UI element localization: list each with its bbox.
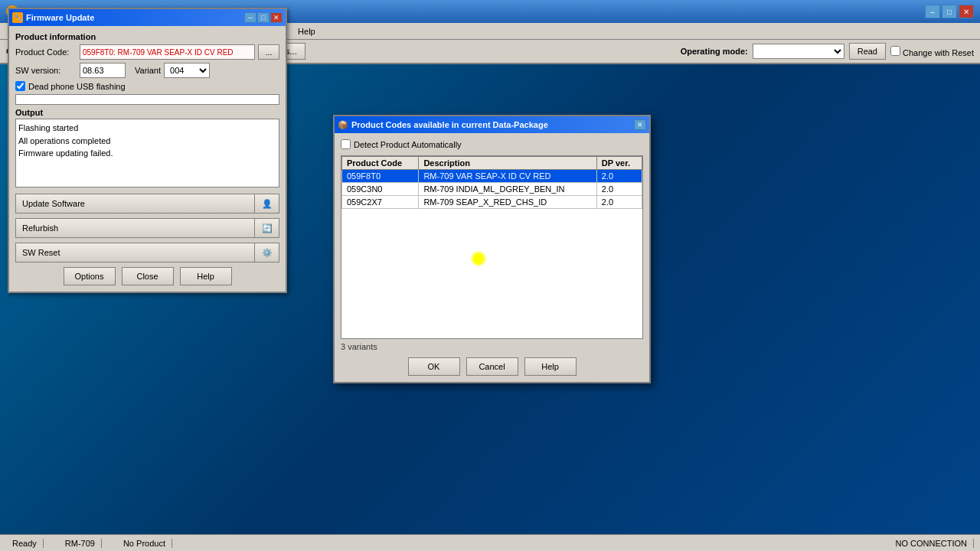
status-connection: NO CONNECTION <box>890 539 975 548</box>
sw-version-input[interactable] <box>80 63 126 78</box>
read-button[interactable]: Read <box>849 43 886 60</box>
status-ready: Ready <box>6 539 44 548</box>
menu-help[interactable]: Help <box>292 25 322 37</box>
firmware-maximize-btn[interactable]: □ <box>257 12 270 23</box>
toolbar-right: Operating mode: Read Change with Reset <box>681 43 974 60</box>
product-help-btn[interactable]: Help <box>524 357 577 376</box>
product-info-label: Product information <box>15 32 279 41</box>
row2-code: 059C3N0 <box>342 183 419 196</box>
col-product-code: Product Code <box>342 157 419 170</box>
col-dp-ver: DP ver. <box>596 157 642 170</box>
window-controls: – □ ✕ <box>925 5 974 18</box>
close-dialog-btn[interactable]: Close <box>122 267 174 285</box>
status-bar: Ready RM-709 No Product NO CONNECTION <box>0 534 980 551</box>
variant-select[interactable]: 004 <box>164 63 210 78</box>
product-codes-table: Product Code Description DP ver. 059F8T0… <box>341 156 642 209</box>
detect-auto-row: Detect Product Automatically <box>341 139 643 149</box>
options-btn[interactable]: Options <box>64 267 116 285</box>
firmware-dialog-body: Product information Product Code: ... SW… <box>9 26 286 292</box>
sw-reset-row: SW Reset ⚙️ <box>15 243 279 262</box>
table-header-row: Product Code Description DP ver. <box>342 157 642 170</box>
table-row[interactable]: 059F8T0 RM-709 VAR SEAP-X ID CV RED 2.0 <box>342 170 642 183</box>
product-codes-dialog: 📦 Product Codes available in current Dat… <box>333 115 651 383</box>
product-dialog-close-btn[interactable]: ✕ <box>634 119 646 130</box>
firmware-dialog-controls: – □ ✕ <box>244 12 283 23</box>
table-row[interactable]: 059C2X7 RM-709 SEAP_X_RED_CHS_ID 2.0 <box>342 196 642 209</box>
output-section: Output Flashing started All operations c… <box>15 108 279 187</box>
dead-phone-row: Dead phone USB flashing <box>15 81 279 91</box>
update-software-btn[interactable]: Update Software <box>15 194 255 214</box>
firmware-dialog-title-bar: 🔧 Firmware Update – □ ✕ <box>9 9 286 26</box>
product-dialog-title-bar: 📦 Product Codes available in current Dat… <box>335 116 649 133</box>
row1-code: 059F8T0 <box>342 170 419 183</box>
output-line-3: Firmware updating failed. <box>18 147 276 160</box>
col-description: Description <box>419 157 596 170</box>
sw-reset-btn[interactable]: SW Reset <box>15 243 255 262</box>
status-product: No Product <box>117 539 172 548</box>
row3-dpver: 2.0 <box>596 196 642 209</box>
product-cancel-btn[interactable]: Cancel <box>466 357 518 376</box>
detect-auto-checkbox[interactable] <box>341 139 351 149</box>
product-code-label: Product Code: <box>15 47 77 57</box>
row3-desc: RM-709 SEAP_X_RED_CHS_ID <box>419 196 596 209</box>
progress-bar <box>15 94 279 105</box>
row1-dpver: 2.0 <box>596 170 642 183</box>
product-browse-btn[interactable]: ... <box>258 44 279 60</box>
product-code-input[interactable] <box>80 44 255 60</box>
product-table-container[interactable]: Product Code Description DP ver. 059F8T0… <box>341 155 643 339</box>
output-box[interactable]: Flashing started All operations complete… <box>15 119 279 187</box>
close-button[interactable]: ✕ <box>959 5 974 18</box>
refurbish-btn[interactable]: Refurbish <box>15 218 255 238</box>
product-dialog-title: Product Codes available in current Data-… <box>351 120 548 129</box>
firmware-dialog-title: Firmware Update <box>26 13 244 22</box>
firmware-dialog-icon: 🔧 <box>12 12 23 23</box>
update-software-icon: 👤 <box>255 194 279 214</box>
product-code-row: Product Code: ... <box>15 44 279 60</box>
help-btn[interactable]: Help <box>180 267 232 285</box>
firmware-close-btn[interactable]: ✕ <box>270 12 283 23</box>
output-label: Output <box>15 108 279 117</box>
output-line-2: All operations completed <box>18 135 276 148</box>
row2-desc: RM-709 INDIA_ML_DGREY_BEN_IN <box>419 183 596 196</box>
dead-phone-label: Dead phone USB flashing <box>28 82 126 91</box>
product-dialog-body: Detect Product Automatically Product Cod… <box>335 133 649 382</box>
minimize-button[interactable]: – <box>925 5 940 18</box>
firmware-bottom-btns: Options Close Help <box>15 267 279 285</box>
sw-reset-icon: ⚙️ <box>255 243 279 262</box>
change-with-reset-checkbox[interactable]: Change with Reset <box>890 46 974 57</box>
sw-version-label: SW version: <box>15 66 77 75</box>
output-line-1: Flashing started <box>18 122 276 135</box>
row3-code: 059C2X7 <box>342 196 419 209</box>
product-dialog-buttons: OK Cancel Help <box>341 357 643 376</box>
refurbish-row: Refurbish 🔄 <box>15 218 279 238</box>
sw-version-row: SW version: Variant 004 <box>15 63 279 78</box>
refurbish-icon: 🔄 <box>255 218 279 238</box>
status-model: RM-709 <box>59 539 102 548</box>
firmware-minimize-btn[interactable]: – <box>244 12 256 23</box>
maximize-button[interactable]: □ <box>942 5 957 18</box>
variants-label: 3 variants <box>341 342 643 351</box>
variant-label: Variant <box>135 66 161 75</box>
product-ok-btn[interactable]: OK <box>408 357 460 376</box>
operating-mode-select[interactable] <box>753 44 844 59</box>
product-dialog-icon: 📦 <box>338 120 348 130</box>
update-software-row: Update Software 👤 <box>15 194 279 214</box>
dead-phone-checkbox[interactable] <box>15 81 25 91</box>
operating-mode-label: Operating mode: <box>681 47 748 56</box>
firmware-dialog: 🔧 Firmware Update – □ ✕ Product informat… <box>8 8 287 293</box>
row1-desc: RM-709 VAR SEAP-X ID CV RED <box>419 170 596 183</box>
row2-dpver: 2.0 <box>596 183 642 196</box>
detect-auto-label: Detect Product Automatically <box>354 140 462 149</box>
product-table-body: 059F8T0 RM-709 VAR SEAP-X ID CV RED 2.0 … <box>342 170 642 209</box>
table-row[interactable]: 059C3N0 RM-709 INDIA_ML_DGREY_BEN_IN 2.0 <box>342 183 642 196</box>
